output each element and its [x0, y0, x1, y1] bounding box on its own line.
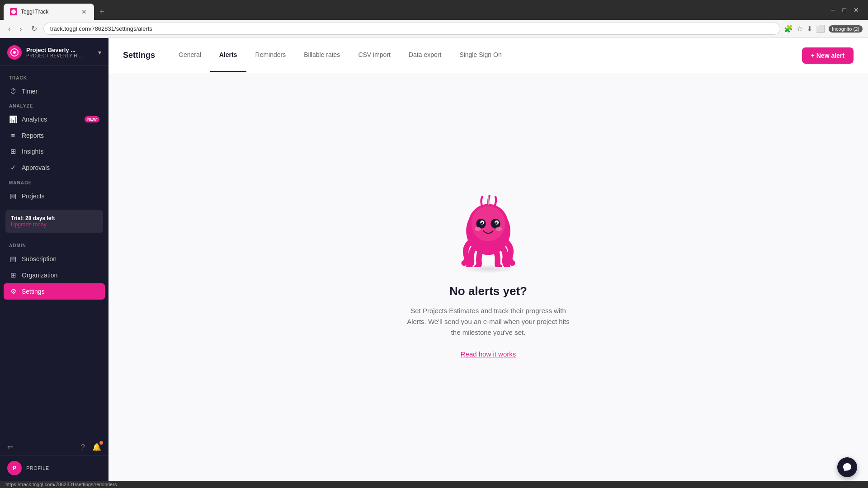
settings-nav-reminders[interactable]: Reminders: [246, 38, 295, 72]
projects-icon: ▤: [9, 192, 17, 200]
settings-header: Settings General Alerts Reminders Billab…: [108, 38, 868, 73]
analytics-new-badge: New: [85, 116, 99, 122]
settings-title: Settings: [123, 38, 155, 73]
empty-state: No alerts yet? Set Projects Estimates an…: [108, 73, 868, 481]
chat-icon: [842, 462, 852, 472]
sidebar-item-label-timer: Timer: [22, 88, 99, 95]
sidebar-item-timer[interactable]: ⏱ Timer: [0, 83, 108, 99]
collapse-sidebar-button[interactable]: ⇐: [7, 443, 13, 451]
timer-icon: ⏱: [9, 87, 17, 95]
browser-toolbar: ‹ › ↻ 🧩 ☆ ⬇ ⬜ Incognito (2): [0, 20, 868, 38]
maximize-button[interactable]: □: [843, 6, 846, 14]
project-dropdown-chevron[interactable]: ▾: [98, 49, 101, 56]
tab-favicon: [10, 8, 17, 15]
svg-point-14: [495, 221, 497, 223]
notifications-icon[interactable]: 🔔: [92, 443, 101, 451]
svg-point-13: [481, 221, 482, 223]
sidebar-item-projects[interactable]: ▤ Projects: [0, 188, 108, 204]
active-tab[interactable]: Toggl Track ✕: [4, 4, 94, 20]
sidebar-item-organization[interactable]: ⊞ Organization: [0, 267, 108, 283]
sidebar-item-label-projects: Projects: [22, 192, 99, 200]
chat-support-button[interactable]: [837, 457, 857, 477]
browser-tabs: Toggl Track ✕ + ─ □ ✕: [0, 0, 868, 20]
trial-banner: Trial: 28 days left Upgrade today: [5, 210, 103, 233]
settings-icon: ⚙: [9, 287, 17, 296]
settings-nav-billable-rates[interactable]: Billable rates: [295, 38, 349, 72]
insights-icon: ⊞: [9, 147, 17, 155]
sidebar-item-label-subscription: Subscription: [22, 255, 99, 263]
settings-nav-csv-import[interactable]: CSV import: [349, 38, 400, 72]
profile-label: PROFILE: [26, 465, 49, 471]
tab-title: Toggl Track: [21, 9, 77, 15]
sidebar-item-approvals[interactable]: ✓ Approvals: [0, 160, 108, 176]
minimize-button[interactable]: ─: [831, 6, 835, 14]
settings-nav-alerts[interactable]: Alerts: [210, 38, 246, 72]
close-button[interactable]: ✕: [854, 6, 859, 14]
sidebar-item-label-reports: Reports: [22, 132, 99, 139]
manage-section-label: MANAGE: [0, 176, 108, 188]
devices-icon[interactable]: ⬜: [816, 24, 825, 33]
extensions-icon[interactable]: 🧩: [784, 24, 793, 33]
subscription-icon: ▤: [9, 255, 17, 263]
address-bar[interactable]: [43, 23, 780, 35]
svg-point-16: [495, 227, 502, 231]
sidebar-nav: TRACK ⏱ Timer ANALYZE 📊 Analytics New ≡ …: [0, 66, 108, 439]
read-how-it-works-link[interactable]: Read how it works: [461, 350, 516, 358]
svg-point-15: [475, 227, 481, 231]
sidebar-item-reports[interactable]: ≡ Reports: [0, 127, 108, 143]
track-section-label: TRACK: [0, 71, 108, 83]
star-icon[interactable]: ☆: [797, 24, 803, 33]
sidebar-item-label-settings: Settings: [22, 288, 99, 295]
sidebar-item-label-analytics: Analytics: [22, 116, 80, 123]
settings-nav-general[interactable]: General: [170, 38, 210, 72]
sidebar-item-subscription[interactable]: ▤ Subscription: [0, 251, 108, 267]
new-alert-button[interactable]: + New alert: [802, 47, 854, 64]
notification-badge: [99, 441, 103, 445]
sidebar: Project Beverly ... PROJECT BEVERLY HI..…: [0, 38, 108, 481]
new-tab-button[interactable]: +: [96, 5, 108, 19]
analyze-section-label: ANALYZE: [0, 99, 108, 111]
avatar[interactable]: P: [7, 461, 22, 475]
sidebar-bottom-icons: ⇐ ? 🔔: [0, 439, 108, 455]
app-container: Project Beverly ... PROJECT BEVERLY HI..…: [0, 38, 868, 481]
download-icon[interactable]: ⬇: [807, 24, 812, 33]
back-button[interactable]: ‹: [5, 23, 13, 35]
organization-icon: ⊞: [9, 271, 17, 279]
sidebar-footer: P PROFILE: [0, 455, 108, 481]
refresh-button[interactable]: ↻: [28, 23, 40, 35]
settings-nav-sso[interactable]: Single Sign On: [450, 38, 510, 72]
empty-state-title: No alerts yet?: [449, 284, 527, 298]
project-sub: PROJECT BEVERLY HI...: [26, 53, 94, 58]
toolbar-actions: 🧩 ☆ ⬇ ⬜ Incognito (2): [784, 24, 863, 33]
sidebar-item-analytics[interactable]: 📊 Analytics New: [0, 111, 108, 127]
incognito-badge: Incognito (2): [829, 25, 863, 33]
octopus-mascot: [448, 195, 529, 267]
approvals-icon: ✓: [9, 164, 17, 172]
help-icon[interactable]: ?: [81, 443, 85, 451]
tab-close-button[interactable]: ✕: [80, 7, 88, 16]
sidebar-logo: [7, 45, 22, 60]
settings-nav-data-export[interactable]: Data export: [400, 38, 450, 72]
settings-nav: General Alerts Reminders Billable rates …: [170, 38, 802, 72]
mascot-container: [448, 195, 529, 273]
upgrade-link[interactable]: Upgrade today: [11, 221, 98, 228]
forward-button[interactable]: ›: [17, 23, 24, 35]
project-name: Project Beverly ...: [26, 47, 94, 53]
main-content: Settings General Alerts Reminders Billab…: [108, 38, 868, 481]
sidebar-item-label-organization: Organization: [22, 272, 99, 279]
trial-text: Trial: 28 days left: [11, 215, 98, 221]
sidebar-item-label-approvals: Approvals: [22, 164, 99, 171]
sidebar-project-info: Project Beverly ... PROJECT BEVERLY HI..…: [26, 47, 94, 58]
status-url: https://track.toggl.com/7862831/settings…: [5, 482, 117, 487]
svg-point-0: [11, 9, 16, 14]
empty-state-description: Set Projects Estimates and track their p…: [407, 305, 570, 360]
browser-chrome: Toggl Track ✕ + ─ □ ✕ ‹ › ↻ 🧩 ☆ ⬇ ⬜ Inco…: [0, 0, 868, 38]
window-controls: ─ □ ✕: [826, 6, 864, 17]
status-bar: https://track.toggl.com/7862831/settings…: [0, 481, 868, 488]
admin-section-label: ADMIN: [0, 239, 108, 251]
reports-icon: ≡: [9, 131, 17, 139]
sidebar-item-settings[interactable]: ⚙ Settings: [4, 283, 105, 300]
analytics-icon: 📊: [9, 115, 17, 123]
svg-point-2: [13, 51, 16, 54]
sidebar-item-insights[interactable]: ⊞ Insights: [0, 143, 108, 160]
